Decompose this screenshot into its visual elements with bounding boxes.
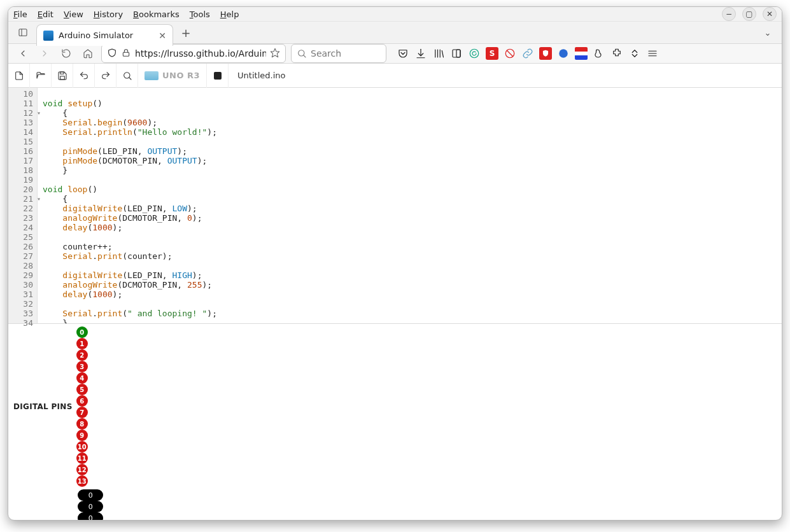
- search-placeholder: Search: [311, 48, 341, 59]
- filename-label: Untitled.ino: [229, 71, 294, 80]
- digital-pin-0[interactable]: 0: [76, 326, 88, 338]
- analog-pins-label: ANALOG PINS: [13, 519, 74, 521]
- digital-pin-6[interactable]: 6: [76, 395, 88, 407]
- tracking-shield-icon[interactable]: [107, 48, 117, 60]
- lock-icon[interactable]: [121, 48, 131, 60]
- svg-line-10: [442, 51, 443, 58]
- digital-pin-10[interactable]: 10: [76, 441, 88, 452]
- menu-bookmarks[interactable]: Bookmarks: [133, 10, 180, 19]
- analog-pins-row: ANALOG PINS 00000255: [13, 489, 777, 521]
- digital-pin-4[interactable]: 4: [76, 372, 88, 384]
- svg-marker-3: [271, 48, 279, 57]
- io-panel: DIGITAL PINS 012345678910111213 ANALOG P…: [8, 323, 782, 521]
- editor-code[interactable]: void setup() { Serial.begin(9600); Seria…: [38, 88, 217, 323]
- home-button[interactable]: [80, 45, 96, 62]
- menu-file[interactable]: File: [13, 10, 27, 19]
- flag-ext-icon[interactable]: [575, 47, 588, 60]
- browser-tab[interactable]: Arduino Simulator ✕: [36, 24, 173, 46]
- svg-rect-20: [60, 72, 63, 74]
- sidebar-toggle-button[interactable]: [13, 23, 32, 42]
- url-text: https://lrusso.github.io/Arduinc: [135, 48, 266, 59]
- menu-help[interactable]: Help: [220, 10, 239, 19]
- analog-pin-1[interactable]: 0: [78, 501, 103, 512]
- board-chip-icon: [145, 71, 159, 80]
- svg-line-15: [507, 51, 513, 57]
- window-controls: − ▢ ✕: [722, 7, 777, 21]
- menubar-items: FileEditViewHistoryBookmarksToolsHelp: [13, 10, 722, 19]
- menu-history[interactable]: History: [94, 10, 123, 19]
- digital-pin-7[interactable]: 7: [76, 407, 88, 418]
- extensions-icon[interactable]: [610, 47, 623, 60]
- svg-rect-0: [19, 29, 27, 36]
- hamburger-menu-icon[interactable]: [646, 47, 659, 60]
- search-bar[interactable]: Search: [291, 44, 386, 63]
- digital-pin-13[interactable]: 13: [76, 475, 88, 487]
- back-button[interactable]: [15, 45, 31, 62]
- gnome-ext-icon[interactable]: [593, 47, 605, 60]
- application-window: FileEditViewHistoryBookmarksToolsHelp − …: [8, 6, 782, 521]
- menubar: FileEditViewHistoryBookmarksToolsHelp − …: [8, 7, 782, 22]
- toolbar-extensions: S: [397, 47, 659, 60]
- digital-pins-label: DIGITAL PINS: [13, 402, 73, 411]
- download-icon[interactable]: [414, 47, 427, 60]
- analog-pin-0[interactable]: 0: [78, 489, 103, 501]
- digital-pin-11[interactable]: 11: [76, 452, 88, 464]
- board-selector[interactable]: UNO R3: [138, 64, 207, 88]
- digital-pin-5[interactable]: 5: [76, 384, 88, 395]
- library-icon[interactable]: [432, 47, 445, 60]
- grammarly-icon[interactable]: [468, 47, 481, 60]
- svg-rect-12: [456, 50, 460, 57]
- digital-pin-2[interactable]: 2: [76, 349, 88, 361]
- digital-pin-3[interactable]: 3: [76, 361, 88, 372]
- svg-point-16: [559, 49, 568, 58]
- url-bar[interactable]: https://lrusso.github.io/Arduinc: [101, 44, 286, 63]
- tab-strip: Arduino Simulator ✕ + ⌄: [8, 22, 782, 44]
- reader-icon[interactable]: [450, 47, 463, 60]
- analog-pin-2[interactable]: 0: [78, 512, 103, 521]
- navigation-toolbar: https://lrusso.github.io/Arduinc Search …: [8, 44, 782, 64]
- digital-pins-row: DIGITAL PINS 012345678910111213: [13, 326, 777, 487]
- editor-gutter: 1011121314151617181920212223242526272829…: [8, 88, 38, 323]
- digital-pin-1[interactable]: 1: [76, 338, 88, 349]
- tab-title: Arduino Simulator: [59, 31, 153, 40]
- window-maximize-button[interactable]: ▢: [742, 7, 756, 21]
- window-close-button[interactable]: ✕: [763, 7, 777, 21]
- new-file-button[interactable]: [8, 64, 30, 88]
- stop-button[interactable]: [207, 64, 229, 88]
- window-minimize-button[interactable]: −: [722, 7, 736, 21]
- app-toolbar: UNO R3 Untitled.ino: [8, 64, 782, 88]
- code-editor[interactable]: 1011121314151617181920212223242526272829…: [8, 88, 782, 323]
- globe-icon[interactable]: [557, 47, 570, 60]
- tab-overflow-button[interactable]: ⌄: [759, 24, 777, 41]
- overflow-icon[interactable]: [628, 47, 641, 60]
- svg-rect-21: [60, 76, 64, 79]
- new-tab-button[interactable]: +: [177, 24, 195, 41]
- svg-point-13: [470, 49, 479, 58]
- redo-button[interactable]: [95, 64, 116, 88]
- stop-icon: [214, 72, 222, 80]
- open-file-button[interactable]: [30, 64, 52, 88]
- adblock-icon[interactable]: [504, 47, 516, 60]
- menu-tools[interactable]: Tools: [190, 10, 210, 19]
- digital-pin-12[interactable]: 12: [76, 464, 88, 475]
- svg-line-5: [304, 55, 306, 57]
- bookmark-star-button[interactable]: [270, 48, 280, 60]
- bitwarden-icon[interactable]: [539, 47, 552, 60]
- svg-line-23: [129, 77, 130, 79]
- save-file-button[interactable]: [52, 64, 73, 88]
- pocket-icon[interactable]: [397, 47, 409, 60]
- menu-view[interactable]: View: [64, 10, 83, 19]
- search-icon: [297, 48, 307, 59]
- find-button[interactable]: [116, 64, 138, 88]
- menu-edit[interactable]: Edit: [38, 10, 53, 19]
- reload-button[interactable]: [58, 45, 74, 62]
- tab-favicon-icon: [43, 31, 53, 41]
- undo-button[interactable]: [73, 64, 95, 88]
- digital-pin-8[interactable]: 8: [76, 418, 88, 430]
- noscript-icon[interactable]: S: [486, 47, 498, 60]
- board-name: UNO R3: [162, 71, 200, 80]
- tab-close-button[interactable]: ✕: [159, 31, 166, 41]
- link-ext-icon[interactable]: [521, 47, 534, 60]
- forward-button[interactable]: [36, 45, 53, 62]
- digital-pin-9[interactable]: 9: [76, 430, 88, 441]
